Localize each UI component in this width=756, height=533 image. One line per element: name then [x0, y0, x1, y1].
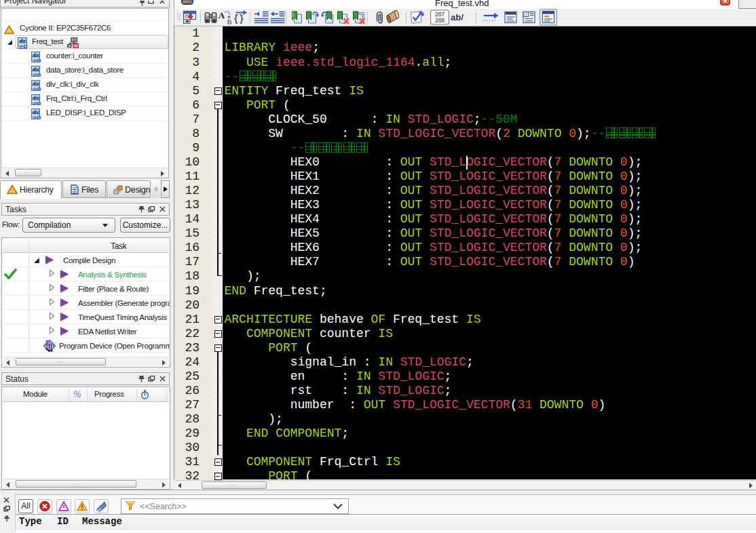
svg-text:B: B [227, 18, 232, 26]
svg-text:{ }: { } [234, 13, 244, 24]
svg-text:A: A [219, 11, 225, 20]
svg-text:ab/: ab/ [451, 12, 464, 22]
svg-text:268: 268 [435, 17, 445, 24]
